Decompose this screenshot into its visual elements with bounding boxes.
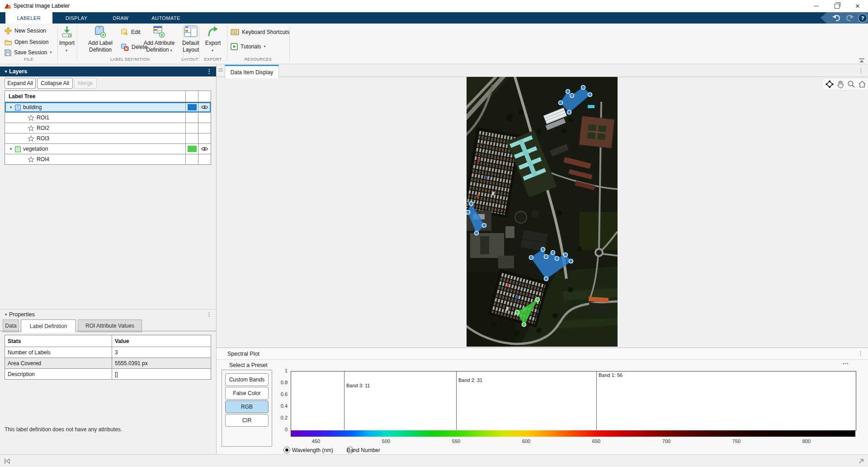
roi-edit-tool-icon[interactable] [826,80,834,88]
restore-icon [835,4,840,9]
tree-row-roi1[interactable]: ROI1 [5,113,211,123]
vegetation-visibility-eye-icon[interactable] [201,146,208,152]
tree-label: vegetation [23,146,48,152]
edit-icon [121,29,128,36]
preset-label: Select a Preset [229,362,268,368]
export-dropdown-icon: ▾ [212,49,213,52]
tree-row-roi3[interactable]: ROI3 [5,133,211,144]
home-icon[interactable] [858,80,866,88]
building-collapse-icon[interactable]: ▾ [8,105,14,110]
value-col-header: Value [112,335,211,347]
pan-hand-icon[interactable] [836,80,844,88]
section-caption-label-definition: LABEL DEFINITION [77,57,183,62]
status-bar [0,454,868,467]
vegetation-color-swatch[interactable] [188,146,197,152]
x-tick: 500 [377,438,395,444]
properties-panel-header[interactable]: ▾ Properties ⋮ [0,309,216,319]
wavelength-radio-label: Wavelength (nm) [292,447,333,453]
collapse-all-button[interactable]: Collapse All [37,78,73,89]
layers-collapse-icon: ▾ [3,69,9,74]
save-session-button[interactable]: Save Session ▾ [5,48,52,57]
preset-false-color-button[interactable]: False Color [225,387,269,400]
spectral-plot-axes[interactable] [291,371,856,431]
save-session-dropdown-icon[interactable]: ▾ [50,51,52,54]
tutorials-button[interactable]: Tutorials ▾ [231,43,266,51]
help-icon[interactable]: ? [858,14,867,23]
tab-display[interactable]: DISPLAY [52,12,100,24]
band-2-line[interactable] [456,372,457,430]
y-tick: 0.4 [271,403,288,409]
tab-label-definition[interactable]: Label Definition [21,319,76,333]
spectral-plot-menu-icon[interactable]: ⋮ [858,350,863,356]
close-button[interactable]: ✕ [847,0,868,12]
building-color-swatch[interactable] [188,104,197,110]
tab-labeler[interactable]: LABELER [5,12,52,24]
tab-data-item-display[interactable]: Data Item Display [225,65,279,78]
open-session-button[interactable]: Open Session [5,38,48,46]
band-1-line[interactable] [596,372,597,430]
undo-icon[interactable] [832,14,842,22]
x-tick: 650 [587,438,605,444]
divider [289,26,290,61]
section-caption-export: EXPORT [199,57,227,62]
title-bar: Spectral Image Labeler ✕ [0,0,868,12]
plot-overflow-icon[interactable]: ••• [843,361,849,366]
tree-row-vegetation[interactable]: ▾ vegetation [5,144,211,154]
expand-corner-icon[interactable] [858,458,864,464]
tree-label: ROI4 [37,156,49,162]
band-3-line[interactable] [344,372,344,430]
properties-collapse-icon: ▾ [3,312,9,317]
tree-label: ROI3 [37,135,49,142]
preset-cir-button[interactable]: CIR [225,414,269,427]
properties-menu-icon[interactable]: ⋮ [206,311,212,317]
display-menu-icon[interactable]: ⋮ [858,68,864,74]
properties-panel-title: Properties [9,311,35,318]
collapse-left-panel-icon[interactable] [4,457,11,465]
roi-star-icon [28,135,34,142]
spectral-plot-title: Spectral Plot [227,351,259,357]
vegetation-collapse-icon[interactable]: ▾ [8,147,14,151]
merge-button[interactable]: Merge [74,78,97,89]
divider [199,26,199,61]
divider [77,26,77,61]
restore-button[interactable] [826,0,847,12]
expand-all-button[interactable]: Expand All [5,78,36,89]
minimize-button[interactable] [806,0,826,12]
stats-table-header-row: Stats Value [5,335,211,347]
delete-icon [121,43,129,51]
tab-data[interactable]: Data [3,319,19,332]
new-session-button[interactable]: New Session [5,27,46,35]
add-attribute-definition-icon [153,25,165,38]
tab-automate[interactable]: AUTOMATE [141,12,191,24]
redo-icon[interactable] [844,14,854,22]
x-tick: 550 [447,438,465,444]
edit-label-button[interactable]: Edit [121,28,141,36]
tutorials-dropdown-icon[interactable]: ▾ [264,45,266,48]
x-tick: 700 [657,438,675,444]
preset-rgb-button[interactable]: RGB [225,400,269,413]
tab-roi-attribute-values[interactable]: ROI Attribute Values [78,319,142,332]
preset-custom-bands-button[interactable]: Custom Bands [225,373,269,386]
tab-drag-handle-icon[interactable] [218,68,223,71]
spectral-plot-header[interactable]: Spectral Plot ⋮ [217,348,868,360]
ribbon-collapse-icon[interactable] [858,58,865,63]
tab-draw[interactable]: DRAW [100,12,141,24]
axes-toolbar [822,78,868,91]
tree-label: building [23,104,42,110]
layers-panel-header[interactable]: ▾ Layers ⋮ [0,67,216,76]
layers-menu-icon[interactable]: ⋮ [206,68,212,74]
export-icon [207,25,219,37]
building-visibility-eye-icon[interactable] [201,105,208,110]
tree-row-roi2[interactable]: ROI2 [5,123,211,133]
keyboard-shortcuts-button[interactable]: Keyboard Shortcuts [231,28,289,36]
tree-row-building[interactable]: ▾ building [5,102,211,113]
satellite-image[interactable] [467,77,618,347]
x-tick: 800 [797,438,816,444]
zoom-icon[interactable] [847,80,855,88]
app-logo-icon [4,2,11,10]
tree-row-roi4[interactable]: ROI4 [5,154,211,164]
y-tick: 1 [271,368,288,373]
table-row[interactable]: Description [] [5,369,211,379]
roi-star-icon [28,114,34,121]
wavelength-radio[interactable] [283,447,290,453]
